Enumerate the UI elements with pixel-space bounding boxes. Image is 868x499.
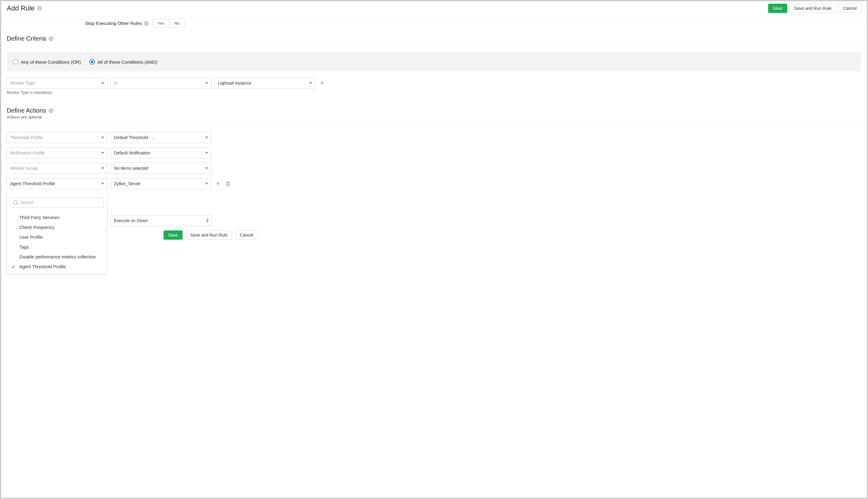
- action-value-select[interactable]: Zylker_Server: [111, 178, 212, 189]
- divider: [7, 48, 861, 48]
- actions-optional-note: Actions are optional: [7, 115, 861, 119]
- dropdown-item-label: Disable performance metrics collection: [20, 254, 96, 259]
- search-icon: [13, 200, 17, 205]
- chevron-down-icon: [205, 137, 208, 138]
- cancel-button[interactable]: Cancel: [839, 4, 861, 13]
- dropdown-item-label: Tags: [20, 245, 29, 250]
- chevron-down-icon: [101, 183, 104, 185]
- add-action-icon[interactable]: +: [215, 180, 222, 187]
- action-row-notification-profile: Notification Profile Default Notificatio…: [1, 147, 867, 158]
- chevron-down-icon: [309, 82, 312, 84]
- criteria-row: Monitor Type is Lightsail Instance +: [1, 77, 867, 89]
- dropdown-item[interactable]: User Profile: [7, 232, 107, 242]
- criteria-heading-text: Define Criteria: [7, 35, 46, 42]
- conditions-bar: Any of these Conditions (OR) All of thes…: [7, 52, 861, 71]
- check-icon: ✓: [11, 264, 15, 270]
- dropdown-item-label: Agent Threshold Profile: [20, 264, 66, 269]
- criteria-operator-select[interactable]: is: [111, 77, 212, 89]
- define-criteria-section: Define Criteria i: [1, 32, 867, 45]
- header-actions: Save Save and Run Rule Cancel: [768, 4, 861, 13]
- execute-select[interactable]: Execute on Down: [111, 215, 212, 226]
- action-value-select[interactable]: No items selected: [111, 163, 212, 174]
- action-value-text: Zylker_Server: [114, 181, 141, 186]
- dropdown-item[interactable]: Third Party Services: [7, 212, 107, 222]
- chevron-down-icon: [205, 167, 208, 169]
- dropdown-list: Third Party ServicesCheck FrequencyUser …: [7, 211, 107, 274]
- dropdown-item-label: Third Party Services: [20, 215, 60, 220]
- execute-text: Execute on Down: [114, 218, 148, 223]
- dropdown-item[interactable]: ✓Agent Threshold Profile: [7, 262, 107, 272]
- define-criteria-heading: Define Criteria i: [7, 35, 861, 42]
- criteria-value-text: Lightsail Instance: [218, 81, 251, 86]
- chevron-down-icon: [101, 152, 104, 154]
- cancel-button[interactable]: Cancel: [235, 230, 258, 240]
- add-criteria-icon[interactable]: +: [318, 80, 326, 87]
- action-row-execute: Execute on Down: [105, 215, 867, 226]
- criteria-field-select[interactable]: Monitor Type: [7, 77, 108, 89]
- radio-any-conditions[interactable]: Any of these Conditions (OR): [13, 59, 81, 65]
- action-type-text: Threshold Profile: [10, 135, 43, 140]
- delete-action-icon[interactable]: [225, 181, 231, 187]
- actions-heading-text: Define Actions: [7, 107, 46, 114]
- criteria-op-text: is: [114, 81, 117, 86]
- criteria-field-text: Monitor Type: [10, 81, 35, 86]
- criteria-value-select[interactable]: Lightsail Instance: [215, 77, 315, 89]
- chevron-down-icon: [205, 183, 208, 185]
- chevron-down-icon: [101, 82, 104, 84]
- save-button[interactable]: Save: [768, 4, 787, 13]
- radio-icon: [13, 59, 18, 65]
- action-type-select[interactable]: Notification Profile: [7, 147, 108, 158]
- radio-any-label: Any of these Conditions (OR): [21, 59, 81, 65]
- dropdown-item[interactable]: Check Frequency: [7, 222, 107, 232]
- stepper-icon: [206, 219, 209, 222]
- action-value-select[interactable]: Default Threshold - ...: [111, 132, 212, 143]
- action-value-text: Default Notification: [114, 150, 150, 155]
- action-type-dropdown: Third Party ServicesCheck FrequencyUser …: [7, 194, 108, 275]
- dropdown-search-wrap: [7, 194, 107, 211]
- dropdown-item-label: User Profile: [20, 235, 43, 240]
- action-type-text: Notification Profile: [10, 150, 45, 155]
- action-value-text: No items selected: [114, 166, 148, 171]
- chevron-down-icon: [101, 137, 104, 138]
- save-and-run-button[interactable]: Save and Run Rule: [186, 230, 232, 240]
- criteria-mandatory-note: Monitor Type is mandatory: [1, 90, 867, 95]
- yes-no-toggle: Yes No: [152, 19, 185, 28]
- actions-area: Threshold Profile Default Threshold - ..…: [1, 132, 867, 252]
- chevron-down-icon: [205, 82, 208, 84]
- radio-icon: [89, 59, 95, 65]
- divider: [7, 127, 861, 128]
- info-icon[interactable]: i: [49, 108, 53, 113]
- info-icon[interactable]: i: [37, 6, 42, 11]
- save-button[interactable]: Save: [164, 230, 183, 240]
- action-type-select[interactable]: Threshold Profile: [7, 132, 108, 143]
- page-title: Add Rule i: [7, 4, 42, 12]
- info-icon[interactable]: i: [49, 36, 53, 41]
- action-value-text: Default Threshold - ...: [114, 135, 155, 140]
- stop-executing-label: Stop Executing Other Rules i: [1, 21, 149, 26]
- yes-button[interactable]: Yes: [153, 19, 169, 27]
- header-bar: Add Rule i Save Save and Run Rule Cancel: [1, 1, 867, 17]
- action-type-text: Agent Threshold Profile: [10, 181, 55, 186]
- dropdown-item-label: Check Frequency: [20, 225, 54, 230]
- dropdown-item[interactable]: Disable performance metrics collection: [7, 252, 107, 262]
- action-row-monitor-group: Monitor Group No items selected: [1, 163, 867, 174]
- dropdown-item[interactable]: Tags: [7, 242, 107, 252]
- action-type-text: Monitor Group: [10, 166, 38, 171]
- action-type-select-open[interactable]: Agent Threshold Profile: [7, 178, 108, 189]
- no-button[interactable]: No: [169, 19, 185, 27]
- footer-actions: Save Save and Run Rule Cancel: [158, 230, 867, 240]
- info-icon[interactable]: i: [144, 21, 149, 26]
- define-actions-section: Define Actions i Actions are optional: [1, 101, 867, 124]
- chevron-down-icon: [205, 152, 208, 154]
- dropdown-search-input[interactable]: [11, 197, 104, 208]
- save-and-run-button[interactable]: Save and Run Rule: [790, 4, 836, 13]
- action-value-select[interactable]: Default Notification: [111, 147, 212, 158]
- action-type-select[interactable]: Monitor Group: [7, 163, 108, 174]
- define-actions-heading: Define Actions i: [7, 107, 861, 114]
- radio-all-label: All of these Conditions (AND): [98, 59, 158, 65]
- stop-executing-row: Stop Executing Other Rules i Yes No: [1, 17, 867, 32]
- action-row-agent-threshold: Agent Threshold Profile Zylker_Server +: [1, 178, 867, 189]
- radio-all-conditions[interactable]: All of these Conditions (AND): [89, 59, 158, 65]
- title-text: Add Rule: [7, 4, 35, 12]
- action-row-threshold-profile: Threshold Profile Default Threshold - ..…: [1, 132, 867, 143]
